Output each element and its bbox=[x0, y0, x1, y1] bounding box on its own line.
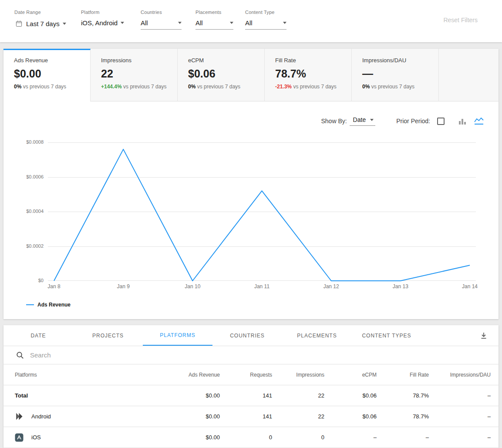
x-tick-label: Jan 9 bbox=[117, 283, 129, 290]
metric-label: Impressions bbox=[101, 57, 177, 64]
delta-value: -21.3% bbox=[275, 84, 292, 90]
countries-filter[interactable]: Countries All bbox=[141, 10, 195, 42]
content-type-label: Content Type bbox=[245, 10, 286, 15]
y-tick-label: $0.0006 bbox=[3, 174, 44, 179]
cell-ecpm: – bbox=[324, 434, 377, 441]
platform-dropdown[interactable]: iOS, Android bbox=[81, 19, 141, 29]
column-header-impressions: Impressions bbox=[272, 372, 324, 378]
metric-tabs-filler bbox=[439, 49, 499, 101]
placements-value: All bbox=[195, 19, 203, 27]
countries-value: All bbox=[141, 19, 148, 27]
column-header-requests: Requests bbox=[220, 372, 272, 378]
legend-label: Ads Revenue bbox=[37, 302, 71, 308]
cell-impressions: 22 bbox=[272, 413, 324, 420]
placements-filter[interactable]: Placements All bbox=[195, 10, 245, 42]
reset-filters-button[interactable]: Reset Filters bbox=[443, 17, 478, 42]
delta-suffix: vs previous 7 days bbox=[123, 84, 166, 90]
countries-dropdown[interactable]: All bbox=[141, 19, 182, 30]
metric-delta: 0% vs previous 7 days bbox=[14, 84, 90, 90]
legend-line-swatch bbox=[26, 304, 34, 305]
platform-filter[interactable]: Platform iOS, Android bbox=[81, 10, 141, 42]
table-row-android: Android $0.00 141 22 $0.06 78.7% – bbox=[3, 406, 499, 427]
cell-impressions: 22 bbox=[272, 392, 324, 399]
tab-projects[interactable]: PROJECTS bbox=[73, 325, 143, 346]
table-header-row: Platforms Ads Revenue Requests Impressio… bbox=[3, 364, 499, 385]
chart-panel: Ads Revenue $0.00 0% vs previous 7 days … bbox=[3, 49, 499, 319]
cell-ecpm: $0.06 bbox=[324, 413, 377, 420]
chart-plot-area bbox=[48, 142, 476, 281]
row-name: iOS bbox=[31, 434, 41, 441]
tab-countries[interactable]: COUNTRIES bbox=[212, 325, 282, 346]
metric-value: — bbox=[362, 67, 438, 80]
y-tick-label: $0.0002 bbox=[3, 243, 44, 249]
countries-label: Countries bbox=[141, 10, 195, 15]
metric-tab-impressions[interactable]: Impressions 22 +144.4% vs previous 7 day… bbox=[91, 49, 178, 101]
delta-value: +144.4% bbox=[101, 84, 122, 90]
app-store-icon bbox=[15, 433, 24, 442]
date-range-dropdown[interactable]: Last 7 days bbox=[14, 19, 81, 30]
metric-tab-ecpm[interactable]: eCPM $0.06 0% vs previous 7 days bbox=[178, 49, 265, 101]
row-name-cell: iOS bbox=[15, 433, 168, 442]
chevron-down-icon bbox=[370, 119, 374, 121]
cell-ads-revenue: $0.00 bbox=[168, 392, 220, 399]
download-icon[interactable] bbox=[480, 325, 499, 346]
legend-item-ads-revenue[interactable]: Ads Revenue bbox=[26, 302, 499, 308]
column-header-platforms: Platforms bbox=[15, 372, 168, 378]
y-tick-label: $0.0004 bbox=[3, 209, 44, 214]
table-tabs: DATE PROJECTS PLATFORMS COUNTRIES PLACEM… bbox=[3, 325, 499, 346]
content-type-dropdown[interactable]: All bbox=[245, 19, 286, 30]
tab-date[interactable]: DATE bbox=[3, 325, 73, 346]
prior-period-checkbox[interactable] bbox=[437, 118, 445, 125]
row-name: Total bbox=[15, 392, 28, 399]
content-type-value: All bbox=[245, 19, 253, 27]
delta-suffix: vs previous 7 days bbox=[371, 84, 414, 90]
metric-delta: -21.3% vs previous 7 days bbox=[275, 84, 351, 90]
chevron-down-icon bbox=[230, 22, 233, 24]
tab-placements[interactable]: PLACEMENTS bbox=[282, 325, 352, 346]
metric-value: 78.7% bbox=[275, 67, 351, 80]
cell-requests: 0 bbox=[220, 434, 272, 441]
content-type-filter[interactable]: Content Type All bbox=[245, 10, 286, 42]
metric-tab-ads-revenue[interactable]: Ads Revenue $0.00 0% vs previous 7 days bbox=[3, 49, 91, 101]
cell-requests: 141 bbox=[220, 413, 272, 420]
metric-delta: 0% vs previous 7 days bbox=[188, 84, 264, 90]
metric-value: $0.06 bbox=[188, 67, 264, 80]
search-icon bbox=[16, 351, 24, 360]
search-input[interactable] bbox=[30, 351, 499, 359]
delta-value: 0% bbox=[14, 84, 21, 90]
show-by-dropdown[interactable]: Date bbox=[350, 116, 376, 126]
metric-tab-fill-rate[interactable]: Fill Rate 78.7% -21.3% vs previous 7 day… bbox=[265, 49, 352, 101]
cell-fill-rate: – bbox=[377, 434, 429, 441]
row-name-cell: Android bbox=[15, 412, 168, 421]
delta-value: 0% bbox=[362, 84, 370, 90]
column-header-fill-rate: Fill Rate bbox=[377, 372, 429, 378]
table-search bbox=[3, 346, 499, 364]
chevron-down-icon bbox=[121, 22, 124, 24]
tab-content-types[interactable]: CONTENT TYPES bbox=[352, 325, 421, 346]
bar-chart-icon[interactable] bbox=[458, 118, 466, 125]
placements-dropdown[interactable]: All bbox=[195, 19, 233, 30]
metric-label: Fill Rate bbox=[275, 57, 351, 64]
cell-impressions-dau: – bbox=[429, 413, 491, 420]
x-tick-label: Jan 8 bbox=[47, 283, 60, 290]
metric-value: 22 bbox=[101, 67, 177, 80]
cell-ads-revenue: $0.00 bbox=[168, 434, 220, 441]
metric-tab-impressions-dau[interactable]: Impressions/DAU — 0% vs previous 7 days bbox=[352, 49, 439, 101]
line-chart-icon[interactable] bbox=[474, 117, 484, 125]
cell-ecpm: $0.06 bbox=[324, 392, 377, 399]
column-header-ecpm: eCPM bbox=[324, 372, 377, 378]
filter-bar: Date Range Last 7 days Platform iOS, And… bbox=[0, 0, 502, 42]
cell-impressions-dau: – bbox=[429, 392, 491, 399]
date-range-filter[interactable]: Date Range Last 7 days bbox=[14, 10, 81, 42]
chevron-down-icon bbox=[63, 23, 66, 25]
placements-label: Placements bbox=[195, 10, 245, 15]
column-header-ads-revenue: Ads Revenue bbox=[168, 372, 220, 378]
metric-label: eCPM bbox=[188, 57, 264, 64]
row-name: Android bbox=[31, 413, 51, 420]
line-chart: $0$0.0002$0.0004$0.0006$0.0008 bbox=[3, 142, 499, 281]
calendar-icon bbox=[14, 19, 23, 28]
metric-delta: 0% vs previous 7 days bbox=[362, 84, 438, 90]
tab-platforms[interactable]: PLATFORMS bbox=[143, 325, 212, 346]
column-header-impressions-dau: Impressions/DAU bbox=[429, 372, 491, 378]
metric-delta: +144.4% vs previous 7 days bbox=[101, 84, 177, 90]
